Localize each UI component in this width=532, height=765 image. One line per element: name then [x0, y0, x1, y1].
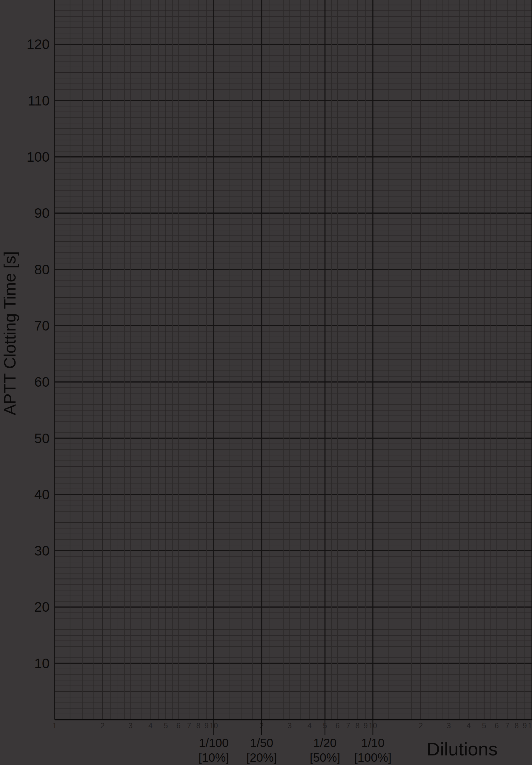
y-axis-title: APTT Clotting Time [s] [0, 251, 19, 415]
x-tick-label: 9 [204, 722, 209, 729]
dilution-fraction: 1/20 [310, 736, 340, 750]
x-axis-title: Dilutions [426, 738, 498, 760]
x-tick-label: 5 [323, 722, 327, 729]
x-tick-label: 4 [148, 722, 152, 729]
dilution-percent: [10%] [198, 750, 229, 765]
grid [0, 0, 532, 765]
dilution-percent: [20%] [246, 750, 277, 765]
dilution-fraction: 1/100 [198, 736, 229, 750]
x-tick-label: 8 [514, 722, 519, 729]
x-tick-label: 6 [336, 722, 340, 729]
y-tick-label: 120 [0, 37, 50, 51]
y-tick-label: 110 [0, 94, 50, 108]
x-tick-label: 3 [447, 722, 451, 729]
y-tick-label: 40 [0, 488, 50, 501]
dilution-percent: [100%] [354, 750, 392, 765]
x-tick-label: 7 [505, 722, 509, 729]
y-tick-label: 100 [0, 150, 50, 164]
x-tick-label: 2 [418, 722, 423, 729]
x-tick-label: 9 [523, 722, 527, 729]
y-tick-label: 10 [0, 656, 50, 670]
x-tick-label: 6 [495, 722, 499, 729]
x-tick-label: 6 [176, 722, 181, 729]
x-tick-label: 8 [196, 722, 200, 729]
y-tick-label: 50 [0, 431, 50, 445]
x-tick-label: 5 [164, 722, 168, 729]
dilution-label: 1/50[20%] [246, 736, 277, 765]
x-tick-label: 10 [369, 722, 377, 729]
dilution-label: 1/20[50%] [310, 736, 340, 765]
x-tick-label: 8 [355, 722, 360, 729]
x-tick-label: 9 [364, 722, 368, 729]
x-tick-label: 10 [210, 722, 218, 729]
x-tick-label: 2 [259, 722, 264, 729]
aptt-dilution-graph-paper: 102030405060708090100110120 123456789102… [0, 0, 532, 765]
dilution-fraction: 1/50 [246, 736, 277, 750]
dilution-fraction: 1/10 [354, 736, 392, 750]
x-tick-label: 7 [187, 722, 191, 729]
dilution-label: 1/100[10%] [198, 736, 229, 765]
vertical-gridlines [55, 0, 532, 720]
x-tick-label: 2 [100, 722, 105, 729]
y-tick-label: 20 [0, 600, 50, 614]
x-tick-label: 5 [482, 722, 486, 729]
x-tick-label: 3 [129, 722, 133, 729]
dilution-label: 1/10[100%] [354, 736, 392, 765]
horizontal-gridlines [55, 5, 532, 714]
x-tick-label: 10 [528, 722, 532, 729]
x-tick-label: 4 [467, 722, 471, 729]
x-tick-label: 1 [53, 722, 57, 729]
x-tick-label: 3 [288, 722, 292, 729]
x-tick-label: 4 [308, 722, 312, 729]
x-tick-label: 7 [346, 722, 350, 729]
dilution-percent: [50%] [310, 750, 340, 765]
y-tick-label: 90 [0, 206, 50, 220]
y-tick-label: 30 [0, 544, 50, 558]
